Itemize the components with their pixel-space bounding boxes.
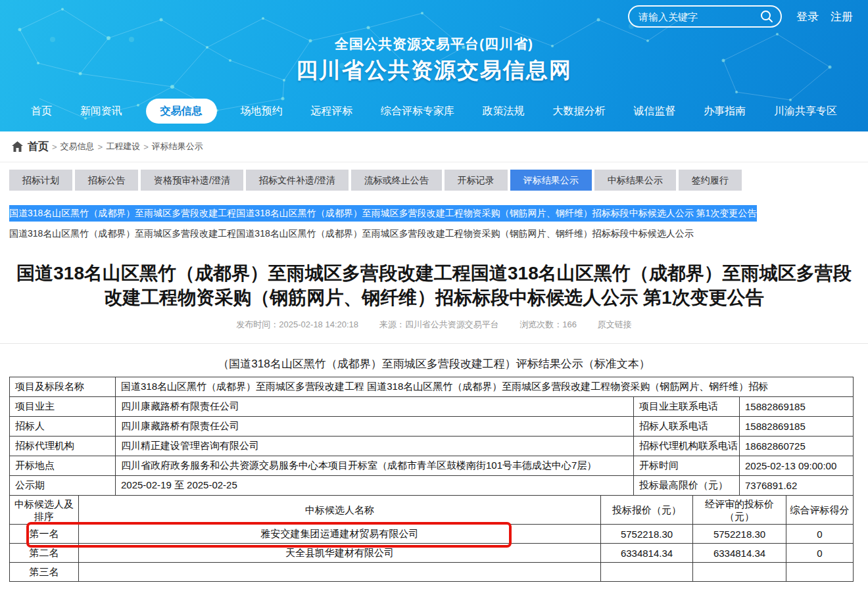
col-header-reviewed-price: 经评审的投标价（元） [693, 496, 786, 525]
site-header: 登录 注册 全国公共资源交易平台(四川省) 四川省公共资源交易信息网 首页 新闻… [0, 0, 868, 131]
nav-item-policy[interactable]: 政策法规 [478, 99, 529, 124]
result-table: 项目及标段名称 国道318名山区黑竹（成都界）至雨城区多营段改建工程 国道318… [9, 377, 854, 582]
row-value: 四川康藏路桥有限责任公司 [116, 417, 634, 437]
row-value2: 15882869185 [740, 417, 854, 437]
nav-item-integrity[interactable]: 诚信监督 [629, 99, 680, 124]
row-label2: 项目业主联系电话 [634, 397, 740, 417]
candidate-price [601, 563, 693, 582]
nav-item-venue-booking[interactable]: 场地预约 [235, 99, 287, 124]
publish-time-label: 发布时间： [236, 319, 279, 329]
breadcrumb-separator: > [98, 142, 103, 152]
main-nav: 首页 新闻资讯 交易信息 场地预约 远程评标 综合评标专家库 政策法规 大数据分… [0, 99, 868, 124]
notice-link[interactable]: 国道318名山区黑竹（成都界）至雨城区多营段改建工程国道318名山区黑竹（成都界… [9, 228, 868, 240]
table-row: 项目业主 四川康藏路桥有限责任公司 项目业主联系电话 15882869185 [10, 397, 854, 417]
tab-failed-or-terminated[interactable]: 流标或终止公告 [351, 170, 442, 191]
row-value2: 15882869185 [740, 397, 854, 417]
result-table-wrap: 项目及标段名称 国道318名山区黑竹（成都界）至雨城区多营段改建工程 国道318… [9, 377, 853, 582]
table-row: 项目及标段名称 国道318名山区黑竹（成都界）至雨城区多营段改建工程 国道318… [10, 377, 854, 397]
nav-item-home[interactable]: 首页 [26, 99, 57, 124]
candidate-name [79, 563, 601, 582]
site-subtitle: 全国公共资源交易平台(四川省) [0, 35, 868, 53]
search-input[interactable] [639, 11, 760, 22]
candidate-reviewed-price: 5752218.30 [693, 525, 786, 544]
candidate-score: 0 [786, 544, 854, 563]
row-value2: 2025-02-13 09:00:00 [740, 456, 854, 476]
breadcrumb-home[interactable]: 首页 [28, 140, 49, 154]
source-value: 四川省公共资源交易平台 [405, 319, 499, 329]
candidate-score: 0 [786, 525, 854, 544]
breadcrumb: 首页 > 交易信息 > 工程建设 > 评标结果公示 [0, 131, 868, 162]
candidate-header-row: 中标候选人及排序 中标候选人名称 投标报价（元） 经评审的投标价（元） 综合评标… [10, 496, 854, 525]
col-header-score: 综合评标得分 [786, 496, 854, 525]
article-meta: 发布时间：2025-02-18 14:20:18 来源：四川省公共资源交易平台 … [0, 319, 868, 331]
row-value2: 7376891.62 [740, 476, 854, 496]
row-value: 四川康藏路桥有限责任公司 [116, 397, 634, 417]
tab-bid-doc-supplement[interactable]: 招标文件补遗/澄清 [246, 170, 349, 191]
candidate-price: 6334814.34 [601, 544, 693, 563]
nav-item-trade-info[interactable]: 交易信息 [146, 99, 217, 124]
row-value2: 18682860725 [740, 437, 854, 456]
row-label2: 招标代理机构联系电话 [634, 437, 740, 456]
breadcrumb-trade-info[interactable]: 交易信息 [60, 141, 95, 153]
tab-winning-result[interactable]: 中标结果公示 [594, 170, 676, 191]
col-header-name: 中标候选人名称 [79, 496, 601, 525]
tab-bid-opening-record[interactable]: 开标记录 [445, 170, 508, 191]
row-label: 项目业主 [10, 397, 116, 417]
table-row: 招标代理机构 四川精正建设管理咨询有限公司 招标代理机构联系电话 1868286… [10, 437, 854, 456]
site-title-block: 全国公共资源交易平台(四川省) 四川省公共资源交易信息网 [0, 35, 868, 85]
table-row: 公示期 2025-02-19 至 2025-02-25 投标最高限价（元） 73… [10, 476, 854, 496]
candidate-reviewed-price: 6334814.34 [693, 544, 786, 563]
tab-contract-performance[interactable]: 签约履行 [679, 170, 742, 191]
nav-item-remote-evaluation[interactable]: 远程评标 [306, 99, 357, 124]
row-label: 招标代理机构 [10, 437, 116, 456]
row-label: 公示期 [10, 476, 116, 496]
row-value: 国道318名山区黑竹（成都界）至雨城区多营段改建工程 国道318名山区黑竹（成都… [116, 377, 854, 397]
tab-bid-plan[interactable]: 招标计划 [9, 170, 72, 191]
search-icon[interactable] [760, 9, 774, 24]
notice-link-selected-line: 国道318名山区黑竹（成都界）至雨城区多营段改建工程国道318名山区黑竹（成都界… [9, 207, 868, 219]
row-label: 开标地点 [10, 456, 116, 476]
publish-time-value: 2025-02-18 14:20:18 [279, 319, 358, 329]
breadcrumb-evaluation-result[interactable]: 评标结果公示 [152, 141, 203, 153]
col-header-price: 投标报价（元） [601, 496, 693, 525]
row-label: 项目及标段名称 [10, 377, 116, 397]
candidate-rank: 第三名 [10, 563, 79, 582]
views-value: 166 [562, 319, 577, 329]
row-value: 2025-02-19 至 2025-02-25 [116, 476, 634, 496]
topbar: 登录 注册 [628, 5, 853, 28]
candidate-row-3: 第三名 [10, 563, 854, 582]
breadcrumb-engineering[interactable]: 工程建设 [106, 141, 140, 153]
row-label2: 投标最高限价（元） [634, 476, 740, 496]
nav-item-expert-pool[interactable]: 综合评标专家库 [376, 99, 459, 124]
divider [0, 343, 868, 344]
candidate-reviewed-price [693, 563, 786, 582]
row-label2: 招标人联系电话 [634, 417, 740, 437]
views-label: 浏览次数： [519, 319, 562, 329]
nav-item-news[interactable]: 新闻资讯 [76, 99, 127, 124]
nav-item-guide[interactable]: 办事指南 [699, 99, 750, 124]
row-value: 四川精正建设管理咨询有限公司 [116, 437, 634, 456]
tab-evaluation-result[interactable]: 评标结果公示 [510, 170, 592, 191]
nav-item-big-data[interactable]: 大数据分析 [548, 99, 610, 124]
breadcrumb-separator: > [143, 142, 149, 152]
source-label: 来源： [379, 319, 405, 329]
candidate-price: 5752218.30 [601, 525, 693, 544]
first-candidate-highlight-box [26, 522, 512, 548]
tab-prequalification[interactable]: 资格预审补遗/澄清 [141, 170, 243, 191]
breadcrumb-separator: > [52, 142, 57, 152]
notice-link-selected[interactable]: 国道318名山区黑竹（成都界）至雨城区多营段改建工程国道318名山区黑竹（成都界… [9, 205, 757, 222]
nav-item-chuanyu-zone[interactable]: 川渝共享专区 [769, 99, 842, 124]
search-box[interactable] [628, 5, 782, 28]
col-header-rank: 中标候选人及排序 [10, 496, 79, 525]
tab-bid-announcement[interactable]: 招标公告 [75, 170, 138, 191]
table-row: 招标人 四川康藏路桥有限责任公司 招标人联系电话 15882869185 [10, 417, 854, 437]
table-caption: （国道318名山区黑竹（成都界）至雨城区多营段改建工程）评标结果公示（标准文本） [0, 356, 868, 371]
category-tabs: 招标计划 招标公告 资格预审补遗/澄清 招标文件补遗/澄清 流标或终止公告 开标… [9, 170, 868, 191]
home-icon [12, 141, 23, 152]
login-link[interactable]: 登录 [796, 9, 819, 24]
row-label: 招标人 [10, 417, 116, 437]
article-title: 国道318名山区黑竹（成都界）至雨城区多营段改建工程国道318名山区黑竹（成都界… [0, 261, 868, 310]
original-link[interactable]: 原文链接 [598, 319, 632, 329]
row-label2: 开标时间 [634, 456, 740, 476]
register-link[interactable]: 注册 [831, 9, 853, 24]
